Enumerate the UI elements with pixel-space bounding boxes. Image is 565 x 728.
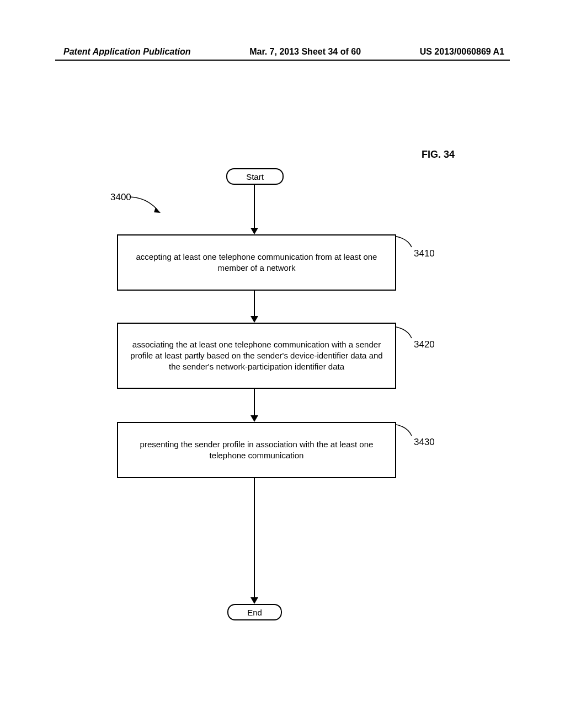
ref-3420: 3420 [414,339,435,350]
arrowhead-icon [250,316,258,323]
arrowhead-icon [250,597,258,604]
flowchart: Start accepting at least one telephone c… [105,165,447,623]
ref-3430: 3430 [414,437,435,448]
start-terminator: Start [226,168,284,185]
header-center: Mar. 7, 2013 Sheet 34 of 60 [249,47,361,57]
step-3430-text: presenting the sender profile in associa… [127,439,386,462]
header-left: Patent Application Publication [63,47,191,57]
svg-marker-0 [154,207,161,213]
step-3410-box: accepting at least one telephone communi… [117,234,396,291]
page-header: Patent Application Publication Mar. 7, 2… [0,47,565,57]
step-3420-box: associating the at least one telephone c… [117,323,396,389]
step-3410-text: accepting at least one telephone communi… [127,251,386,274]
step-3420-text: associating the at least one telephone c… [127,339,386,373]
ref-3400: 3400 [110,192,131,203]
arrowhead-icon [250,228,258,234]
arrow-start-to-3410 [254,185,255,233]
figure-label: FIG. 34 [422,149,455,160]
header-right: US 2013/0060869 A1 [420,47,504,57]
step-3430-box: presenting the sender profile in associa… [117,422,396,478]
arrowhead-icon [250,415,258,422]
arrow-3430-to-end [254,477,255,603]
header-rule [55,60,510,61]
ref-3410: 3410 [414,248,435,259]
end-terminator: End [227,604,282,620]
